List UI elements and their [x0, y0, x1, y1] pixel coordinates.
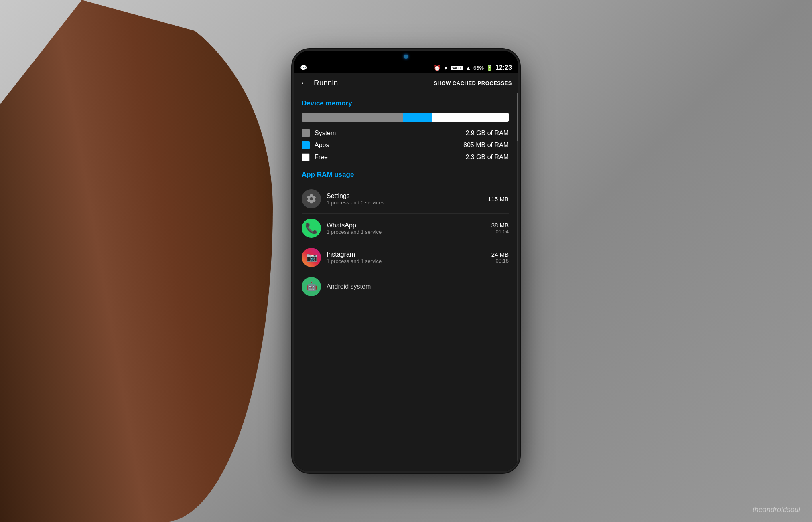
- android-system-app-info: Android system: [327, 283, 503, 290]
- settings-app-mem: 115 MB: [488, 196, 509, 202]
- scrollbar-thumb: [517, 93, 518, 141]
- settings-app-info: Settings 1 process and 0 services: [327, 192, 482, 206]
- instagram-mem-size: 24 MB: [491, 251, 509, 258]
- status-bar: 💬 ⏰ ▼ VoLTE ▲ 66% 🔋 12:23: [294, 63, 518, 73]
- whatsapp-app-info: WhatsApp 1 process and 1 service: [327, 222, 486, 235]
- toolbar-title: Runnin...: [314, 79, 429, 87]
- list-item[interactable]: 📞 WhatsApp 1 process and 1 service 38 MB…: [302, 214, 509, 243]
- legend-item-apps: Apps 805 MB of RAM: [302, 141, 509, 149]
- android-system-app-name: Android system: [327, 283, 503, 290]
- volte-badge: VoLTE: [451, 66, 463, 70]
- instagram-app-mem: 24 MB 00:18: [491, 251, 509, 264]
- scrollbar[interactable]: [517, 93, 518, 471]
- instagram-app-icon: 📷: [302, 248, 321, 267]
- notification-icon: 💬: [300, 65, 307, 71]
- memory-bar-apps: [403, 113, 432, 122]
- legend-item-free: Free 2.3 GB of RAM: [302, 153, 509, 161]
- instagram-mem-time: 00:18: [491, 258, 509, 264]
- wifi-icon: ▼: [443, 65, 449, 71]
- whatsapp-app-process: 1 process and 1 service: [327, 229, 486, 235]
- list-item[interactable]: 🤖 Android system: [302, 272, 509, 301]
- settings-app-icon: [302, 189, 321, 208]
- status-time: 12:23: [495, 64, 512, 71]
- instagram-app-name: Instagram: [327, 251, 486, 258]
- list-item[interactable]: Settings 1 process and 0 services 115 MB: [302, 184, 509, 214]
- instagram-app-info: Instagram 1 process and 1 service: [327, 251, 486, 264]
- whatsapp-icon-symbol: 📞: [305, 222, 318, 235]
- legend-item-system: System 2.9 GB of RAM: [302, 129, 509, 137]
- hand-photo: [0, 0, 273, 522]
- settings-mem-size: 115 MB: [488, 196, 509, 202]
- instagram-icon-symbol: 📷: [306, 252, 317, 263]
- scrollable-area[interactable]: Device memory System 2.9 GB of RAM Apps …: [294, 93, 517, 471]
- settings-app-process: 1 process and 0 services: [327, 200, 482, 206]
- device-memory-section-title: Device memory: [302, 99, 509, 107]
- legend-color-free: [302, 153, 310, 161]
- memory-bar-free: [432, 113, 509, 122]
- legend-label-apps: Apps: [315, 142, 459, 149]
- show-cached-processes-button[interactable]: SHOW CACHED PROCESSES: [434, 80, 512, 86]
- legend-value-system: 2.9 GB of RAM: [465, 129, 509, 137]
- android-system-icon: 🤖: [302, 277, 321, 296]
- whatsapp-app-name: WhatsApp: [327, 222, 486, 229]
- legend-label-free: Free: [315, 154, 461, 161]
- phone-notch: [294, 51, 518, 63]
- whatsapp-mem-size: 38 MB: [491, 222, 509, 229]
- whatsapp-mem-time: 01:04: [491, 229, 509, 235]
- app-list: Settings 1 process and 0 services 115 MB…: [302, 184, 509, 301]
- whatsapp-app-mem: 38 MB 01:04: [491, 222, 509, 235]
- whatsapp-app-icon: 📞: [302, 219, 321, 238]
- phone-device: 💬 ⏰ ▼ VoLTE ▲ 66% 🔋 12:23 ← Runnin... SH…: [294, 51, 518, 471]
- android-icon-symbol: 🤖: [306, 281, 317, 292]
- signal-icon: ▲: [465, 65, 471, 71]
- app-ram-usage-section-title: App RAM usage: [302, 171, 509, 179]
- front-camera: [404, 55, 408, 59]
- legend-label-system: System: [315, 129, 461, 137]
- watermark: theandroidsoul: [753, 506, 800, 514]
- memory-bar-system: [302, 113, 403, 122]
- instagram-app-process: 1 process and 1 service: [327, 258, 486, 264]
- memory-bar: [302, 113, 509, 122]
- battery-icon: 🔋: [486, 65, 493, 71]
- legend-color-apps: [302, 141, 310, 149]
- toolbar: ← Runnin... SHOW CACHED PROCESSES: [294, 73, 518, 93]
- alarm-icon: ⏰: [434, 65, 441, 71]
- status-bar-notifications: 💬: [300, 65, 307, 71]
- settings-app-name: Settings: [327, 192, 482, 200]
- battery-percent: 66%: [473, 65, 484, 71]
- memory-legend: System 2.9 GB of RAM Apps 805 MB of RAM …: [302, 129, 509, 161]
- legend-value-free: 2.3 GB of RAM: [465, 154, 509, 161]
- back-button[interactable]: ←: [300, 78, 309, 88]
- legend-color-system: [302, 129, 310, 137]
- list-item[interactable]: 📷 Instagram 1 process and 1 service 24 M…: [302, 243, 509, 272]
- screen-content: Device memory System 2.9 GB of RAM Apps …: [294, 93, 518, 471]
- legend-value-apps: 805 MB of RAM: [463, 142, 509, 149]
